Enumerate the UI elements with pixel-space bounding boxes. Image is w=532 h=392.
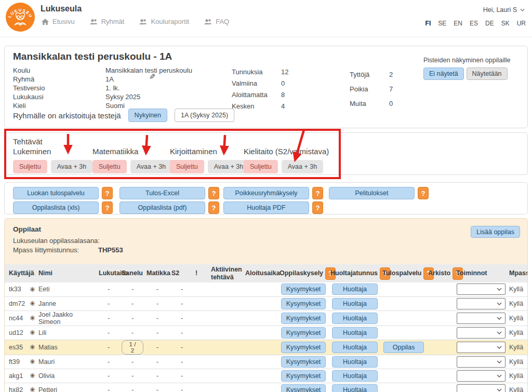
toiminnot-select[interactable] (457, 370, 506, 382)
mpass-value: Kyllä (508, 310, 528, 326)
mpass-value: Kyllä (508, 326, 528, 340)
oppilaslista-xls-button[interactable]: Oppilaslista (xls) (13, 201, 99, 214)
kysymykset-button[interactable]: Kysymykset (281, 356, 326, 368)
task-closed-button[interactable]: Suljettu (92, 160, 127, 173)
help-button[interactable]: ? (102, 187, 113, 199)
task-open-button[interactable]: Avaa + 3h (282, 160, 323, 173)
add-student-button[interactable]: Lisää oppilas (471, 226, 520, 238)
student-username: es35 (5, 340, 28, 355)
main-nav: Etusivu Ryhmät Kouluraportit FAQ (42, 18, 229, 25)
huoltaja-button[interactable]: Huoltaja (332, 356, 378, 368)
task-closed-button[interactable]: Suljettu (244, 160, 278, 173)
nav-kouluraportit[interactable]: Kouluraportit (139, 18, 189, 25)
kysymykset-button[interactable]: Kysymykset (281, 327, 326, 339)
task-open-button[interactable]: Avaa + 3h (130, 160, 172, 173)
col-s2: S2 (170, 264, 194, 282)
toiminnot-select[interactable] (457, 298, 506, 309)
stat-label: Valmiina (232, 79, 281, 87)
col-matikka: Matikka (145, 264, 170, 282)
huoltaja-pdf-button[interactable]: Huoltaja PDF (223, 201, 309, 214)
tasks-title: Tehtävät (13, 137, 43, 146)
huoltaja-button[interactable]: Huoltaja (332, 283, 378, 295)
kysymykset-button[interactable]: Kysymykset (281, 384, 326, 392)
lang-en[interactable]: EN (454, 20, 462, 27)
oppilaslista-pdf-button[interactable]: Oppilaslista (pdf) (119, 201, 205, 214)
students-panel: Oppilaat Lukuseulan oppilassalasana: Mpa… (4, 218, 528, 392)
greeting-text: Hei, Lauri S (483, 6, 517, 13)
users-icon (204, 19, 212, 25)
huoltaja-button[interactable]: Huoltaja (332, 313, 378, 324)
luokan-tulospalvelu-button[interactable]: Luokan tulospalvelu (13, 187, 99, 199)
flower-icon (30, 359, 35, 364)
poikkeusryhmakysely-button[interactable]: Poikkeusryhmäkysely (223, 187, 309, 199)
help-button[interactable]: ? (312, 187, 323, 199)
hide-points-button[interactable]: Ei näytetä (423, 67, 464, 80)
col-sanelu: Sanelu (120, 264, 145, 282)
lukuseula-logo[interactable]: LUKUSEULA (5, 2, 35, 32)
huoltaja-button[interactable]: Huoltaja (332, 298, 378, 309)
help-button[interactable]: ? (418, 187, 429, 199)
chevron-down-icon (497, 374, 502, 377)
lukutaito-value: - (97, 355, 120, 369)
kysymykset-button[interactable]: Kysymykset (281, 313, 326, 324)
help-button[interactable]: ? (312, 201, 323, 214)
oppilas-button[interactable]: Oppilas (383, 342, 423, 353)
language-switcher: FI SE EN ES DE SK UR (425, 20, 526, 27)
page-title: Mansikkalan testi peruskoulu - 1A (13, 51, 172, 62)
toiminnot-select[interactable] (457, 384, 506, 392)
task-closed-button[interactable]: Suljettu (13, 160, 47, 173)
kysymykset-button[interactable]: Kysymykset (281, 370, 326, 382)
archived-test-button[interactable]: 1A (Syksy 2025) (175, 109, 234, 122)
flower-icon (30, 315, 35, 321)
field-value: 1. lk. (105, 84, 119, 92)
toiminnot-select[interactable] (457, 342, 506, 353)
task-closed-button[interactable]: Suljettu (170, 160, 204, 173)
flower-icon (30, 330, 35, 335)
tulos-excel-button[interactable]: Tulos-Excel (119, 187, 205, 199)
points-visibility-label: Pisteiden näkyminen oppilaille (423, 57, 525, 64)
kysymykset-button[interactable]: Kysymykset (281, 298, 326, 309)
student-username: tk33 (5, 282, 28, 296)
stat-value: 0 (389, 100, 393, 107)
matikka-value: - (145, 282, 170, 296)
student-row: hx82 Petteri - - - - Kysymykset Huoltaja… (5, 383, 528, 392)
kysymykset-button[interactable]: Kysymykset (281, 283, 326, 295)
flower-icon (30, 301, 35, 306)
nav-faq[interactable]: FAQ (204, 18, 229, 25)
lang-se[interactable]: SE (438, 20, 446, 27)
matikka-value: - (145, 326, 170, 340)
lang-ur[interactable]: UR (517, 20, 526, 27)
task-open-button[interactable]: Avaa + 3h (51, 160, 92, 173)
help-button[interactable]: ? (208, 187, 219, 199)
lang-sk[interactable]: SK (501, 20, 510, 27)
col-nimi: Nimi (37, 264, 97, 282)
nav-etusivu[interactable]: Etusivu (42, 18, 75, 25)
col-huomio: ! (194, 264, 209, 282)
lang-fi[interactable]: FI (425, 20, 431, 27)
toiminnot-select[interactable] (457, 313, 506, 324)
user-menu[interactable]: Hei, Lauri S (483, 6, 525, 13)
matikka-value: - (145, 383, 170, 392)
nav-ryhmat[interactable]: Ryhmät (89, 18, 125, 25)
help-button[interactable]: ? (102, 201, 113, 214)
huoltaja-button[interactable]: Huoltaja (332, 370, 378, 382)
kysymykset-button[interactable]: Kysymykset (281, 342, 326, 353)
edit-pencil-icon[interactable]: ✎ (149, 72, 156, 82)
flower-icon (30, 387, 35, 392)
toiminnot-select[interactable] (457, 356, 506, 368)
task-name: Matematiikka (92, 147, 172, 158)
lang-es[interactable]: ES (470, 20, 478, 27)
pelitulokset-button[interactable]: Pelitulokset (329, 187, 415, 199)
chevron-down-icon (497, 388, 502, 391)
huoltaja-button[interactable]: Huoltaja (332, 327, 378, 339)
lang-de[interactable]: DE (485, 20, 494, 27)
current-test-button[interactable]: Nykyinen (128, 109, 167, 122)
huoltaja-button[interactable]: Huoltaja (332, 342, 378, 353)
sanelu-progress-badge[interactable]: 1 / 2 (122, 340, 143, 355)
toiminnot-select[interactable] (457, 283, 506, 295)
show-points-button[interactable]: Näytetään (467, 67, 508, 80)
help-button[interactable]: ? (208, 201, 219, 214)
archived-tests-label: Ryhmälle on arkistoituja testejä (13, 111, 121, 120)
toiminnot-select[interactable] (457, 327, 506, 339)
huoltaja-button[interactable]: Huoltaja (332, 384, 378, 392)
